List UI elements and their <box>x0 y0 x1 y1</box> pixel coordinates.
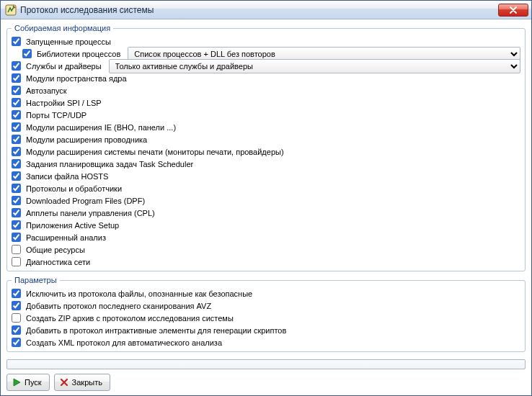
start-button-label: Пуск <box>25 378 42 387</box>
label-running-processes: Запущенные процессы <box>26 37 111 46</box>
checkbox-dpf[interactable] <box>12 196 21 205</box>
row-create-zip: Создать ZIP архив с протоколом исследова… <box>12 312 520 324</box>
row-exclude-safe: Исключить из протокола файлы, опознанные… <box>12 287 520 300</box>
row-ext-analysis: Расширенный анализ <box>12 231 520 243</box>
row-explorer-ext: Модули расширения проводника <box>12 133 520 145</box>
row-add-last-scan: Добавить протокол последнего сканировани… <box>12 300 520 312</box>
row-active-setup: Приложения Active Setup <box>12 219 520 231</box>
checkbox-ie-ext[interactable] <box>12 122 21 132</box>
window-title: Протокол исследования системы <box>20 5 498 15</box>
label-ext-analysis: Расширенный анализ <box>26 233 106 242</box>
row-create-xml: Создать XML протокол для автоматического… <box>12 336 520 348</box>
label-spi-lsp: Настройки SPI / LSP <box>26 99 102 107</box>
footer: Пуск Закрыть <box>6 355 526 391</box>
window-close-button[interactable] <box>498 4 528 17</box>
row-hosts: Записи файла HOSTS <box>12 170 520 182</box>
label-task-scheduler: Задания планировщика задач Task Schedule… <box>26 160 193 168</box>
row-process-libs: Библиотеки процессов Список процессов + … <box>12 48 520 60</box>
label-hosts: Записи файла HOSTS <box>26 172 108 181</box>
close-icon <box>59 377 69 387</box>
row-services-drivers: Службы и драйверы Только активные службы… <box>12 60 520 72</box>
label-shared-res: Общие ресурсы <box>26 246 85 254</box>
label-create-xml: Создать XML протокол для автоматического… <box>26 338 222 347</box>
label-tcp-udp: Порты TCP/UDP <box>26 111 87 120</box>
label-protocols: Протоколы и обработчики <box>26 184 122 193</box>
window: Протокол исследования системы Собираемая… <box>0 0 532 396</box>
checkbox-hosts[interactable] <box>12 171 21 181</box>
row-tcp-udp: Порты TCP/UDP <box>12 109 520 121</box>
app-icon <box>5 4 17 16</box>
combo-services-drivers[interactable]: Только активные службы и драйверы <box>109 59 520 73</box>
checkbox-task-scheduler[interactable] <box>12 159 21 168</box>
label-active-setup: Приложения Active Setup <box>26 221 119 230</box>
row-shared-res: Общие ресурсы <box>12 243 520 256</box>
label-process-libs: Библиотеки процессов <box>37 50 120 58</box>
checkbox-create-xml[interactable] <box>12 338 21 347</box>
row-running-processes: Запущенные процессы <box>12 35 520 48</box>
checkbox-cpl[interactable] <box>12 208 21 217</box>
svg-marker-1 <box>14 379 20 386</box>
label-kernel-modules: Модули пространства ядра <box>26 74 127 83</box>
label-dpf: Downloaded Program Files (DPF) <box>26 197 145 205</box>
row-cpl: Апплеты панели управления (CPL) <box>12 207 520 219</box>
label-exclude-safe: Исключить из протокола файлы, опознанные… <box>26 289 252 298</box>
checkbox-tcp-udp[interactable] <box>12 110 21 120</box>
group-parameters: Параметры Исключить из протокола файлы, … <box>6 276 526 352</box>
checkbox-add-interactive[interactable] <box>12 325 21 335</box>
close-button[interactable]: Закрыть <box>54 374 110 391</box>
row-add-interactive: Добавить в протокол интрактивные элемент… <box>12 324 520 336</box>
row-kernel-modules: Модули пространства ядра <box>12 72 520 84</box>
checkbox-exclude-safe[interactable] <box>12 289 21 298</box>
checkbox-kernel-modules[interactable] <box>12 73 21 83</box>
checkbox-spi-lsp[interactable] <box>12 98 21 107</box>
checkbox-create-zip[interactable] <box>12 313 21 323</box>
close-icon <box>510 6 517 14</box>
checkbox-explorer-ext[interactable] <box>12 135 21 144</box>
checkbox-process-libs[interactable] <box>22 49 32 58</box>
checkbox-ext-analysis[interactable] <box>12 233 21 242</box>
label-add-last-scan: Добавить протокол последнего сканировани… <box>26 302 211 310</box>
label-ie-ext: Модули расширения IE (BHO, панели ...) <box>26 123 176 132</box>
group-collected-info-legend: Собираемая информация <box>12 24 113 32</box>
checkbox-net-diag[interactable] <box>12 257 21 266</box>
row-dpf: Downloaded Program Files (DPF) <box>12 194 520 207</box>
group-collected-info: Собираемая информация Запущенные процесс… <box>6 24 526 271</box>
checkbox-protocols[interactable] <box>12 184 21 193</box>
content: Собираемая информация Запущенные процесс… <box>1 19 531 395</box>
row-ie-ext: Модули расширения IE (BHO, панели ...) <box>12 121 520 133</box>
checkbox-autorun[interactable] <box>12 86 21 95</box>
label-print-ext: Модули расширения системы печати (монито… <box>26 148 284 156</box>
row-task-scheduler: Задания планировщика задач Task Schedule… <box>12 158 520 170</box>
label-autorun: Автозапуск <box>26 86 67 95</box>
checkbox-active-setup[interactable] <box>12 220 21 230</box>
row-net-diag: Диагностика сети <box>12 256 520 268</box>
row-spi-lsp: Настройки SPI / LSP <box>12 96 520 109</box>
checkbox-services-drivers[interactable] <box>12 61 21 71</box>
row-print-ext: Модули расширения системы печати (монито… <box>12 145 520 158</box>
label-services-drivers: Службы и драйверы <box>26 62 102 71</box>
row-autorun: Автозапуск <box>12 84 520 96</box>
progress-bar <box>6 359 526 369</box>
label-create-zip: Создать ZIP архив с протоколом исследова… <box>26 314 234 323</box>
label-add-interactive: Добавить в протокол интрактивные элемент… <box>26 326 286 335</box>
checkbox-add-last-scan[interactable] <box>12 301 21 310</box>
titlebar: Протокол исследования системы <box>1 1 531 19</box>
start-button[interactable]: Пуск <box>6 374 50 391</box>
checkbox-shared-res[interactable] <box>12 245 21 254</box>
close-button-label: Закрыть <box>72 378 102 387</box>
row-protocols: Протоколы и обработчики <box>12 182 520 194</box>
checkbox-print-ext[interactable] <box>12 147 21 156</box>
group-parameters-legend: Параметры <box>12 276 60 284</box>
label-net-diag: Диагностика сети <box>26 258 90 266</box>
checkbox-running-processes[interactable] <box>12 37 21 46</box>
label-cpl: Апплеты панели управления (CPL) <box>26 209 155 217</box>
label-explorer-ext: Модули расширения проводника <box>26 135 147 144</box>
play-icon <box>12 377 22 387</box>
